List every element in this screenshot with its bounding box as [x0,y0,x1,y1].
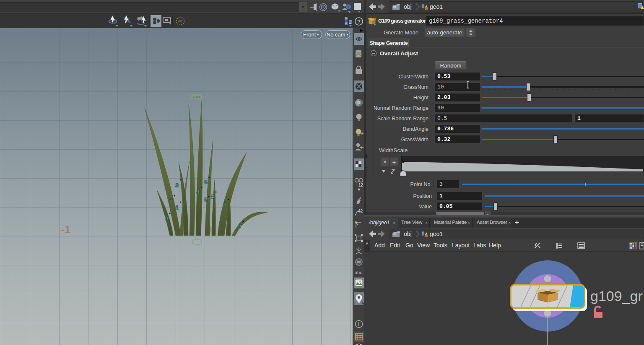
svg-text:12: 12 [358,183,364,187]
svg-text:8: 8 [211,193,214,200]
svg-text:7: 7 [224,200,227,207]
svg-text:3: 3 [175,182,179,189]
svg-text:0: 0 [165,215,168,222]
svg-text:6: 6 [204,179,208,185]
svg-text:2: 2 [169,197,173,204]
svg-text:1: 1 [175,204,179,211]
svg-text:?: ? [357,18,361,25]
svg-text:42: 42 [358,209,363,213]
svg-text:grass: grass [192,95,201,99]
svg-text:9: 9 [238,223,241,229]
svg-text:5: 5 [204,196,208,203]
svg-text:g109_gr: g109_gr [590,288,643,304]
svg-text:i: i [358,322,359,327]
svg-text:abc: abc [355,270,362,275]
svg-text:4: 4 [196,189,200,195]
svg-text:-1: -1 [61,223,70,235]
